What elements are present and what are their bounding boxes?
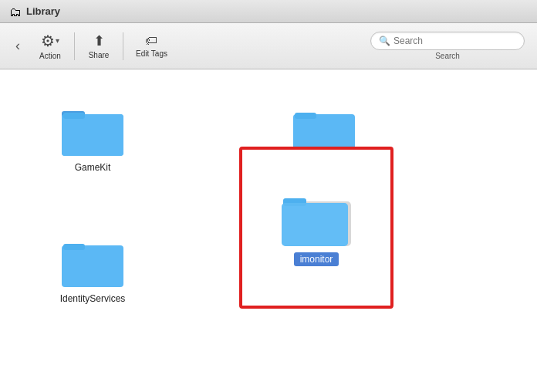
action-button[interactable]: ⚙ ▾ Action <box>31 28 69 65</box>
folder-name-identity-services: IdentityServices <box>60 293 126 304</box>
window-title: Library <box>26 5 60 17</box>
svg-rect-11 <box>282 203 348 246</box>
svg-rect-6 <box>62 245 123 287</box>
folder-icon-identity-services <box>62 236 123 287</box>
gear-icon: ⚙ <box>41 32 55 50</box>
svg-rect-7 <box>63 244 85 250</box>
nav-back-button[interactable]: ‹ <box>6 28 29 65</box>
folder-name-imonitor: imonitor <box>294 252 339 266</box>
content-area: GameKit Group Containers IdentityService… <box>0 69 537 392</box>
search-input-wrapper[interactable]: 🔍 <box>370 32 525 50</box>
window-icon: 🗂 <box>9 5 22 18</box>
toolbar-separator-1 <box>74 32 75 60</box>
toolbar: ‹ ⚙ ▾ Action ⬆ Share 🏷 Edit Tags 🔍 Searc… <box>0 23 537 69</box>
chevron-down-icon: ▾ <box>56 37 59 45</box>
chevron-left-icon: ‹ <box>15 38 20 54</box>
search-input[interactable] <box>393 35 516 46</box>
search-label: Search <box>435 52 460 60</box>
folder-icon-gamekit <box>62 105 123 156</box>
svg-rect-5 <box>295 113 316 119</box>
svg-rect-2 <box>62 114 123 156</box>
edit-tags-button[interactable]: 🏷 Edit Tags <box>128 28 175 65</box>
folder-item-imonitor-selected[interactable]: imonitor <box>239 147 393 309</box>
action-icon-row: ⚙ ▾ <box>41 32 59 50</box>
folder-name-gamekit: GameKit <box>75 162 111 173</box>
share-label: Share <box>89 51 110 59</box>
search-bar: 🔍 Search <box>370 32 525 60</box>
folder-item-identity-services[interactable]: IdentityServices <box>31 224 154 347</box>
folder-item-gamekit[interactable]: GameKit <box>31 93 154 216</box>
share-icon: ⬆ <box>93 32 105 49</box>
search-icon: 🔍 <box>379 35 390 46</box>
edit-tags-label: Edit Tags <box>136 49 167 58</box>
tag-icon: 🏷 <box>145 34 157 48</box>
toolbar-separator-2 <box>123 32 123 60</box>
folder-icon-imonitor <box>282 189 351 246</box>
share-button[interactable]: ⬆ Share <box>79 28 118 65</box>
svg-rect-3 <box>63 113 85 119</box>
title-bar: 🗂 Library <box>0 0 537 23</box>
action-label: Action <box>39 52 61 60</box>
